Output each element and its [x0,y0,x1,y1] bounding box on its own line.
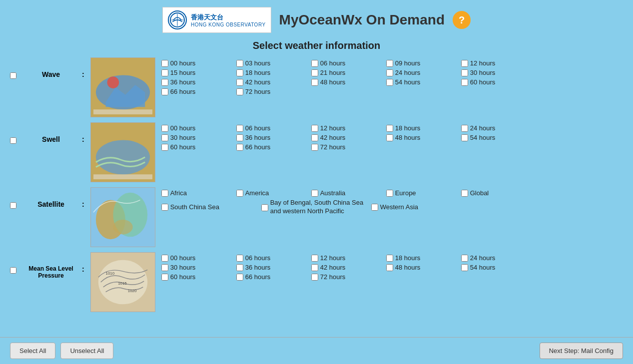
next-step-button[interactable]: Next Step: Mail Config [540,343,623,359]
mslp-hours-row-2: 30 hours 36 hours 42 hours 48 hours 54 h… [161,264,623,271]
wave-15h[interactable]: 15 hours [161,69,236,76]
swell-42h[interactable]: 42 hours [311,134,386,141]
svg-point-6 [107,76,119,88]
swell-image [90,122,155,182]
mslp-24h[interactable]: 24 hours [461,254,536,262]
satellite-western-asia[interactable]: Western Asia [371,199,471,216]
swell-12h[interactable]: 12 hours [311,124,386,132]
satellite-america[interactable]: America [236,189,311,197]
wave-66h[interactable]: 66 hours [161,88,236,95]
satellite-colon: : [82,200,84,208]
svg-rect-7 [93,109,152,114]
mslp-42h[interactable]: 42 hours [311,264,386,271]
swell-checkboxes: 00 hours 06 hours 12 hours 18 hours 24 h… [161,122,623,151]
swell-18h[interactable]: 18 hours [386,124,461,132]
wave-21h[interactable]: 21 hours [311,69,386,76]
logo-english: HONG KONG OBSERVATORY [191,22,266,27]
satellite-australia[interactable]: Australia [311,189,386,197]
satellite-checkboxes: Africa America Australia Europe Global S… [161,187,623,216]
wave-24h[interactable]: 24 hours [386,69,461,76]
wave-60h[interactable]: 60 hours [461,78,536,86]
help-icon-button[interactable]: ? [453,11,471,29]
mslp-select-all-checkbox[interactable] [10,267,16,274]
page-title: Select weather information [10,40,623,51]
svg-text:1010: 1010 [105,271,114,276]
wave-hours-row-4: 66 hours 72 hours [161,88,623,95]
logo-text: 香港天文台 HONG KONG OBSERVATORY [191,13,266,27]
wave-18h[interactable]: 18 hours [236,69,311,76]
wave-hours-row-1: 00 hours 03 hours 06 hours 09 hours 12 h… [161,59,623,67]
mslp-54h[interactable]: 54 hours [461,264,536,271]
satellite-south-china-sea[interactable]: South China Sea [161,199,261,216]
wave-image [90,57,155,117]
mslp-48h[interactable]: 48 hours [386,264,461,271]
mslp-hours-row-1: 00 hours 06 hours 12 hours 18 hours 24 h… [161,254,623,262]
satellite-regions-row-2: South China Sea Bay of Bengal, South Chi… [161,199,623,216]
wave-label: Wave [26,70,76,78]
satellite-bay-of-bengal[interactable]: Bay of Bengal, South China Sea and weste… [261,199,371,216]
satellite-select-all-checkbox[interactable] [10,202,16,209]
wave-72h[interactable]: 72 hours [236,88,311,95]
swell-select-all-checkbox[interactable] [10,137,16,144]
mslp-checkboxes: 00 hours 06 hours 12 hours 18 hours 24 h… [161,252,623,281]
mslp-row-checkbox-wrapper[interactable] [10,267,20,275]
unselect-all-button[interactable]: Unselect All [60,343,113,359]
wave-36h[interactable]: 36 hours [161,78,236,86]
wave-06h[interactable]: 06 hours [311,59,386,67]
logo-chinese: 香港天文台 [191,13,223,22]
svg-point-9 [96,140,150,174]
satellite-label: Satellite [26,200,76,208]
mslp-06h[interactable]: 06 hours [236,254,311,262]
mslp-row: Mean Sea Level Pressure : 1010 1015 1020 [10,252,623,312]
wave-09h[interactable]: 09 hours [386,59,461,67]
mslp-00h[interactable]: 00 hours [161,254,236,262]
mslp-18h[interactable]: 18 hours [386,254,461,262]
swell-66h[interactable]: 66 hours [236,143,311,151]
wave-colon: : [82,70,84,78]
mslp-30h[interactable]: 30 hours [161,264,236,271]
swell-60h[interactable]: 60 hours [161,143,236,151]
wave-checkboxes: 00 hours 03 hours 06 hours 09 hours 12 h… [161,57,623,95]
swell-00h[interactable]: 00 hours [161,124,236,132]
wave-12h[interactable]: 12 hours [461,59,536,67]
hko-logo-circle [168,10,187,29]
satellite-row: Satellite : Africa America Australia Eur… [10,187,623,247]
footer-left-buttons: Select All Unselect All [10,343,113,359]
wave-42h[interactable]: 42 hours [236,78,311,86]
mslp-12h[interactable]: 12 hours [311,254,386,262]
swell-06h[interactable]: 06 hours [236,124,311,132]
swell-48h[interactable]: 48 hours [386,134,461,141]
wave-48h[interactable]: 48 hours [311,78,386,86]
swell-54h[interactable]: 54 hours [461,134,536,141]
mslp-72h[interactable]: 72 hours [311,273,386,281]
wave-30h[interactable]: 30 hours [461,69,536,76]
swell-row-checkbox-wrapper[interactable] [10,137,20,145]
wave-00h[interactable]: 00 hours [161,59,236,67]
satellite-regions-row-1: Africa America Australia Europe Global [161,189,623,197]
satellite-global[interactable]: Global [461,189,536,197]
wave-row-checkbox-wrapper[interactable] [10,72,20,80]
svg-text:1015: 1015 [118,281,127,286]
mslp-60h[interactable]: 60 hours [161,273,236,281]
svg-point-14 [113,220,132,235]
swell-label: Swell [26,135,76,143]
wave-select-all-checkbox[interactable] [10,72,16,79]
satellite-africa[interactable]: Africa [161,189,236,197]
footer: Select All Unselect All Next Step: Mail … [0,337,633,364]
swell-36h[interactable]: 36 hours [236,134,311,141]
mslp-66h[interactable]: 66 hours [236,273,311,281]
svg-text:1020: 1020 [128,289,137,293]
swell-72h[interactable]: 72 hours [311,143,386,151]
wave-03h[interactable]: 03 hours [236,59,311,67]
wave-54h[interactable]: 54 hours [386,78,461,86]
satellite-europe[interactable]: Europe [386,189,461,197]
swell-hours-row-2: 30 hours 36 hours 42 hours 48 hours 54 h… [161,134,623,141]
swell-hours-row-1: 00 hours 06 hours 12 hours 18 hours 24 h… [161,124,623,132]
swell-row: Swell : 00 hours 06 hours 12 hours 18 ho… [10,122,623,182]
mslp-36h[interactable]: 36 hours [236,264,311,271]
select-all-button[interactable]: Select All [10,343,55,359]
mslp-image: 1010 1015 1020 [90,252,155,312]
satellite-row-checkbox-wrapper[interactable] [10,202,20,210]
swell-24h[interactable]: 24 hours [461,124,536,132]
swell-30h[interactable]: 30 hours [161,134,236,141]
